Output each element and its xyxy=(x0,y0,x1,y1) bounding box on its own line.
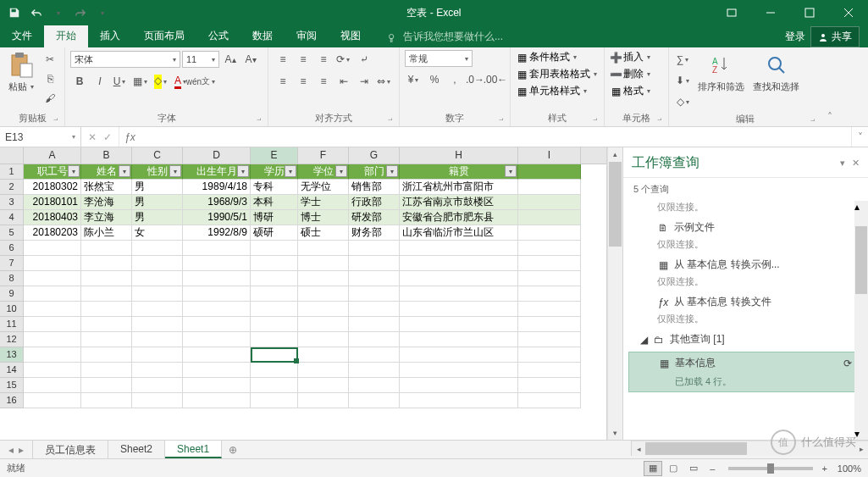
underline-icon[interactable]: U▾ xyxy=(111,72,130,91)
formula-input[interactable] xyxy=(141,127,851,147)
autosum-icon[interactable]: ∑▾ xyxy=(674,50,693,69)
tab-review[interactable]: 审阅 xyxy=(285,25,329,47)
tab-view[interactable]: 视图 xyxy=(329,25,373,47)
minimize-icon[interactable] xyxy=(751,0,790,25)
align-bottom-icon[interactable]: ≡ xyxy=(314,50,333,69)
expand-formula-bar-icon[interactable]: ˅ xyxy=(851,127,868,147)
increase-indent-icon[interactable]: ⇥ xyxy=(355,72,373,91)
wrap-text-icon[interactable]: ⤶ xyxy=(355,50,373,69)
tab-data[interactable]: 数据 xyxy=(240,25,285,47)
worksheet-grid[interactable]: A B C D E F G H I 1 职工号▾ 姓名▾ 性别▾ 出生年月▾ 学… xyxy=(0,147,607,440)
decrease-font-icon[interactable]: A▾ xyxy=(241,50,260,69)
filter-icon[interactable]: ▾ xyxy=(505,165,517,177)
currency-icon[interactable]: ¥▾ xyxy=(405,70,423,89)
cell-styles-button[interactable]: ▦单元格样式▾ xyxy=(516,84,599,98)
sheet-tab[interactable]: Sheet1 xyxy=(165,441,222,458)
phonetic-icon[interactable]: wén文▾ xyxy=(192,72,211,91)
filter-icon[interactable]: ▾ xyxy=(386,165,398,177)
sheet-nav-next-icon[interactable]: ▸ xyxy=(19,444,24,456)
cut-icon[interactable]: ✂ xyxy=(41,50,59,69)
copy-icon[interactable]: ⎘ xyxy=(41,69,59,88)
collapse-ribbon-icon[interactable]: ˄ xyxy=(821,47,838,126)
col-header[interactable]: C xyxy=(132,147,183,164)
query-item[interactable]: 🗎示例文件 xyxy=(623,217,868,238)
zoom-slider[interactable] xyxy=(728,467,813,470)
decrease-decimal-icon[interactable]: .00← xyxy=(486,70,505,89)
refresh-icon[interactable]: ⟳ xyxy=(843,358,852,369)
sheet-tab[interactable]: Sheet2 xyxy=(108,441,165,458)
insert-cells-button[interactable]: ➕插入▾ xyxy=(610,50,652,64)
tab-file[interactable]: 文件 xyxy=(0,25,44,47)
col-header[interactable]: I xyxy=(518,147,581,164)
vertical-scrollbar[interactable]: ▴▾ xyxy=(607,147,622,440)
pane-close-icon[interactable]: ✕ xyxy=(852,158,860,169)
bold-icon[interactable]: B xyxy=(70,72,89,91)
align-middle-icon[interactable]: ≡ xyxy=(294,50,312,69)
align-top-icon[interactable]: ≡ xyxy=(274,50,292,69)
conditional-formatting-button[interactable]: ▦条件格式▾ xyxy=(516,50,599,64)
login-link[interactable]: 登录 xyxy=(785,30,805,44)
undo-dropdown-icon[interactable]: ▾ xyxy=(49,3,68,22)
tell-me-search[interactable]: 告诉我您想要做什么... xyxy=(379,26,510,47)
close-icon[interactable] xyxy=(829,0,868,25)
format-as-table-button[interactable]: ▦套用表格格式▾ xyxy=(516,67,599,81)
save-icon[interactable] xyxy=(5,3,24,22)
select-all-corner[interactable] xyxy=(0,147,24,164)
merge-center-icon[interactable]: ⇔▾ xyxy=(375,72,394,91)
col-header[interactable]: F xyxy=(298,147,349,164)
col-header[interactable]: G xyxy=(349,147,400,164)
col-header[interactable]: D xyxy=(183,147,251,164)
font-size-combo[interactable]: 11▾ xyxy=(182,51,219,68)
align-right-icon[interactable]: ≡ xyxy=(314,72,333,91)
name-box[interactable]: E13▾ xyxy=(0,127,81,147)
fx-icon[interactable]: ƒx xyxy=(119,127,141,147)
query-item[interactable]: ƒx从 基本信息 转换文件 xyxy=(623,291,868,313)
horizontal-scrollbar[interactable]: ◂▸ xyxy=(631,441,868,456)
delete-cells-button[interactable]: ➖删除▾ xyxy=(610,67,652,81)
fill-color-icon[interactable]: ◇▾ xyxy=(152,72,170,91)
zoom-level[interactable]: 100% xyxy=(838,463,861,474)
sheet-tab[interactable]: 员工信息表 xyxy=(33,441,108,458)
filter-icon[interactable]: ▾ xyxy=(335,165,347,177)
tab-home[interactable]: 开始 xyxy=(44,25,88,47)
decrease-indent-icon[interactable]: ⇤ xyxy=(334,72,353,91)
query-item-selected[interactable]: ▦基本信息⟳ 已加载 4 行。 xyxy=(628,352,863,392)
align-center-icon[interactable]: ≡ xyxy=(294,72,312,91)
query-group[interactable]: ◢🗀其他查询 [1] xyxy=(623,329,868,350)
qat-customize-icon[interactable]: ▾ xyxy=(93,3,112,22)
maximize-icon[interactable] xyxy=(790,0,829,25)
fill-icon[interactable]: ⬇▾ xyxy=(674,71,693,90)
view-normal-icon[interactable]: ▦ xyxy=(644,461,662,476)
zoom-plus-icon[interactable]: + xyxy=(821,463,827,474)
filter-icon[interactable]: ▾ xyxy=(169,165,181,177)
align-left-icon[interactable]: ≡ xyxy=(274,72,292,91)
format-painter-icon[interactable]: 🖌 xyxy=(41,89,59,108)
comma-icon[interactable]: , xyxy=(445,70,464,89)
find-select-button[interactable]: 查找和选择 xyxy=(749,50,803,95)
collapse-icon[interactable]: ◢ xyxy=(640,334,648,346)
clear-icon[interactable]: ◇▾ xyxy=(674,92,693,111)
col-header[interactable]: A xyxy=(24,147,81,164)
undo-icon[interactable] xyxy=(27,3,46,22)
enter-formula-icon[interactable]: ✓ xyxy=(103,131,112,143)
view-page-break-icon[interactable]: ▭ xyxy=(684,461,703,476)
filter-icon[interactable]: ▾ xyxy=(68,165,80,177)
orientation-icon[interactable]: ⟳▾ xyxy=(334,50,353,69)
sheet-nav-prev-icon[interactable]: ◂ xyxy=(8,444,14,456)
border-icon[interactable]: ▦▾ xyxy=(131,72,150,91)
number-format-combo[interactable]: 常规▾ xyxy=(405,50,473,67)
percent-icon[interactable]: % xyxy=(425,70,444,89)
col-header[interactable]: H xyxy=(400,147,518,164)
filter-icon[interactable]: ▾ xyxy=(119,165,130,177)
col-header[interactable]: E xyxy=(251,147,298,164)
col-header[interactable]: B xyxy=(81,147,132,164)
redo-icon[interactable] xyxy=(71,3,90,22)
increase-decimal-icon[interactable]: .0→ xyxy=(466,70,484,89)
paste-button[interactable]: 粘贴▾ xyxy=(5,50,39,95)
sort-filter-button[interactable]: AZ 排序和筛选 xyxy=(694,50,748,95)
ribbon-display-icon[interactable] xyxy=(712,0,751,25)
tab-insert[interactable]: 插入 xyxy=(88,25,132,47)
format-cells-button[interactable]: ▦格式▾ xyxy=(610,84,652,98)
pane-menu-icon[interactable]: ▾ xyxy=(840,158,845,169)
row-header[interactable]: 1 xyxy=(0,164,24,180)
